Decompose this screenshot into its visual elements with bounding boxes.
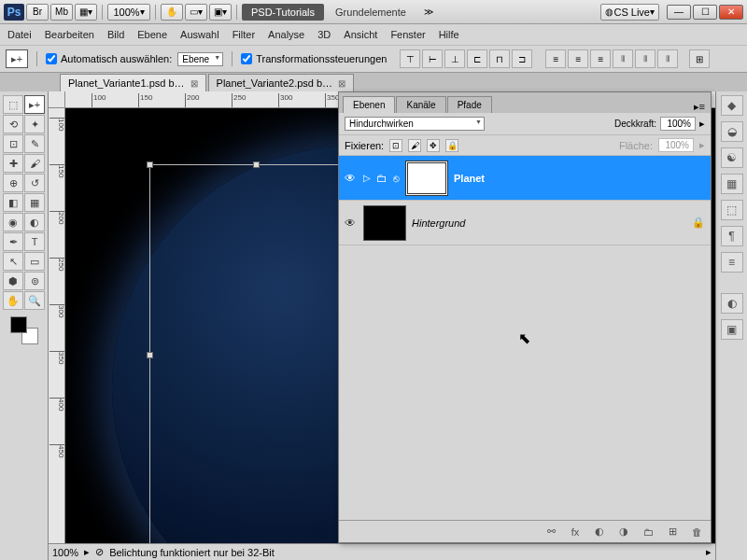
- align-right-icon[interactable]: ⊐: [512, 49, 532, 68]
- dist-hcenter-icon[interactable]: ⫴: [635, 49, 655, 68]
- fg-color-swatch[interactable]: [10, 316, 27, 333]
- adjustment-layer-icon[interactable]: ◑: [615, 525, 632, 539]
- delete-layer-icon[interactable]: 🗑: [688, 525, 705, 539]
- close-icon[interactable]: ⊠: [190, 78, 198, 89]
- status-arrow-right-icon[interactable]: ▸: [706, 546, 712, 558]
- current-tool-icon[interactable]: ▸+: [6, 49, 28, 68]
- auto-align-icon[interactable]: ⊞: [689, 49, 710, 68]
- blur-tool[interactable]: ◉: [3, 213, 23, 231]
- eyedropper-tool[interactable]: ✎: [24, 134, 45, 153]
- blend-mode-dropdown[interactable]: Hindurchwirken: [345, 117, 485, 131]
- minimize-button[interactable]: —: [667, 5, 691, 20]
- paragraph-panel-icon[interactable]: ≡: [721, 252, 743, 273]
- transform-bounds[interactable]: [149, 164, 364, 543]
- doc-tab-2[interactable]: Planet_Variante2.psd b…⊠: [208, 74, 355, 91]
- transform-controls-checkbox[interactable]: Transformationssteuerungen: [241, 53, 387, 64]
- dist-top-icon[interactable]: ≡: [545, 49, 566, 68]
- dodge-tool[interactable]: ◐: [24, 213, 45, 231]
- close-icon[interactable]: ⊠: [338, 78, 345, 89]
- visibility-icon[interactable]: 👁: [345, 217, 358, 230]
- healing-tool[interactable]: ✚: [3, 154, 23, 173]
- workspace-tab-psd[interactable]: PSD-Tutorials: [242, 4, 324, 21]
- menu-ebene[interactable]: Ebene: [137, 29, 167, 40]
- auto-select-checkbox[interactable]: Automatisch auswählen:: [46, 53, 172, 64]
- history-panel-icon[interactable]: ◐: [721, 293, 743, 314]
- align-left-icon[interactable]: ⊏: [467, 49, 487, 68]
- menu-3d[interactable]: 3D: [317, 29, 331, 40]
- character-panel-icon[interactable]: ¶: [721, 226, 743, 246]
- auto-select-dropdown[interactable]: Ebene: [177, 52, 223, 66]
- layer-thumbnail[interactable]: [363, 205, 406, 241]
- status-arrow-icon[interactable]: ▸: [84, 546, 90, 558]
- workspace-more-button[interactable]: ≫: [417, 4, 440, 21]
- zoom-dropdown[interactable]: 100% ▾: [107, 4, 150, 21]
- pen-tool[interactable]: ✒: [3, 232, 23, 251]
- menu-hilfe[interactable]: Hilfe: [439, 29, 459, 40]
- opacity-input[interactable]: 100%: [660, 117, 696, 131]
- 3d-tool[interactable]: ⬢: [3, 272, 23, 290]
- new-group-icon[interactable]: 🗀: [640, 525, 656, 539]
- doc-tab-1[interactable]: Planet_Variante1.psd b…⊠: [60, 74, 206, 91]
- tab-kanale[interactable]: Kanäle: [396, 96, 445, 113]
- cslive-button[interactable]: ◍ CS Live ▾: [600, 4, 659, 21]
- lock-all-icon[interactable]: 🔒: [445, 139, 458, 152]
- visibility-icon[interactable]: 👁: [345, 172, 358, 185]
- transform-handle[interactable]: [147, 352, 153, 358]
- 3d-camera-tool[interactable]: ⊚: [24, 272, 45, 290]
- color-panel-icon[interactable]: ◒: [721, 121, 743, 142]
- shape-tool[interactable]: ▭: [24, 252, 45, 271]
- panel-menu-icon[interactable]: ▸≡: [688, 101, 711, 113]
- expand-icon[interactable]: ▷: [363, 173, 371, 183]
- path-tool[interactable]: ↖: [3, 252, 23, 271]
- new-layer-icon[interactable]: ⊞: [664, 525, 681, 539]
- fill-slider-icon[interactable]: ▸: [699, 139, 705, 151]
- bridge-button[interactable]: Br: [26, 4, 49, 21]
- lasso-tool[interactable]: ⟲: [3, 115, 23, 133]
- stamp-tool[interactable]: ⊕: [3, 174, 23, 192]
- tab-pfade[interactable]: Pfade: [447, 96, 492, 113]
- history-brush-tool[interactable]: ↺: [24, 174, 45, 192]
- layer-hintergrund[interactable]: 👁 Hintergrund 🔒: [339, 201, 711, 245]
- menu-bild[interactable]: Bild: [107, 29, 124, 40]
- align-bottom-icon[interactable]: ⊥: [444, 49, 465, 68]
- minibridge-button[interactable]: Mb: [50, 4, 73, 21]
- expand-panels-icon[interactable]: ◆: [721, 95, 743, 116]
- lock-transparency-icon[interactable]: ⊡: [389, 139, 402, 152]
- menu-fenster[interactable]: Fenster: [390, 29, 425, 40]
- dist-bottom-icon[interactable]: ≡: [590, 49, 611, 68]
- tab-ebenen[interactable]: Ebenen: [343, 96, 395, 113]
- fill-input[interactable]: 100%: [658, 138, 694, 152]
- transform-handle[interactable]: [253, 161, 260, 168]
- menu-auswahl[interactable]: Auswahl: [180, 29, 219, 40]
- actions-panel-icon[interactable]: ▣: [721, 319, 743, 340]
- hand-tool[interactable]: ✋: [3, 291, 23, 310]
- eraser-tool[interactable]: ◧: [3, 193, 23, 212]
- menu-ansicht[interactable]: Ansicht: [344, 29, 377, 40]
- align-hcenter-icon[interactable]: ⊓: [489, 49, 510, 68]
- maximize-button[interactable]: ☐: [693, 5, 717, 20]
- gradient-tool[interactable]: ▦: [24, 193, 45, 212]
- styles-panel-icon[interactable]: ⬚: [721, 200, 743, 220]
- dist-left-icon[interactable]: ⫴: [613, 49, 633, 68]
- menu-bearbeiten[interactable]: Bearbeiten: [45, 29, 94, 40]
- dist-vcenter-icon[interactable]: ≡: [568, 49, 588, 68]
- layer-name[interactable]: Hintergrund: [412, 217, 465, 229]
- link-layers-icon[interactable]: ⚯: [543, 525, 559, 539]
- menu-analyse[interactable]: Analyse: [268, 29, 304, 40]
- lock-pixels-icon[interactable]: 🖌: [408, 139, 421, 152]
- zoom-tool[interactable]: 🔍: [24, 291, 45, 310]
- layer-mask-icon[interactable]: ◐: [591, 525, 608, 539]
- opacity-slider-icon[interactable]: ▸: [699, 118, 705, 130]
- crop-tool[interactable]: ⊡: [3, 134, 23, 153]
- workspace-tab-grund[interactable]: Grundelemente: [326, 4, 416, 21]
- type-tool[interactable]: T: [24, 232, 45, 251]
- lock-position-icon[interactable]: ✥: [427, 139, 440, 152]
- close-button[interactable]: ✕: [719, 5, 743, 20]
- brush-tool[interactable]: 🖌: [24, 154, 45, 173]
- layer-planet[interactable]: 👁 ▷ 🗀 ⎋ Planet: [339, 156, 711, 201]
- color-swatches[interactable]: [10, 316, 38, 344]
- layer-name[interactable]: Planet: [454, 173, 485, 184]
- arrange-button[interactable]: ▭▾: [185, 4, 207, 21]
- swatches-panel-icon[interactable]: ▦: [721, 174, 743, 194]
- view-extras-button[interactable]: ▦▾: [75, 4, 97, 21]
